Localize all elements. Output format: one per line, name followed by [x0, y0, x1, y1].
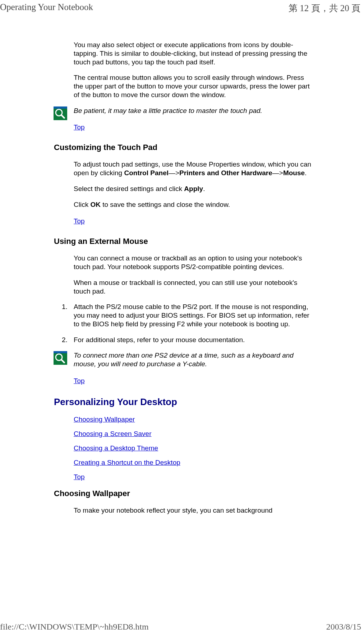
top-link-4[interactable]: Top: [74, 473, 314, 481]
magnifier-icon: [54, 351, 67, 365]
header-title: Operating Your Notebook: [0, 2, 93, 14]
top-link-3[interactable]: Top: [74, 377, 85, 385]
customizing-p1: To adjust touch pad settings, use the Mo…: [74, 160, 314, 177]
customizing-p2: Select the desired settings and click Ap…: [74, 185, 314, 193]
note-row-ycable: To connect more than one PS2 device at a…: [54, 351, 314, 368]
link-wallpaper[interactable]: Choosing Wallpaper: [74, 416, 314, 423]
note-text-ycable: To connect more than one PS2 device at a…: [74, 351, 314, 368]
note-row-touchpad: Be patient, it may take a little practic…: [54, 106, 314, 115]
heading-external-mouse: Using an External Mouse: [54, 237, 314, 246]
wallpaper-p1: To make your notebook reflect your style…: [74, 506, 314, 515]
footer-date: 2003/8/15: [326, 622, 361, 631]
page-header: Operating Your Notebook 第 12 頁，共 20 頁: [0, 0, 364, 15]
svg-rect-1: [54, 106, 67, 109]
list-number-2: 2.: [62, 336, 74, 344]
intro-paragraph-2: The central mouse button allows you to s…: [74, 73, 314, 99]
document-content: You may also select object or execute ap…: [54, 15, 314, 536]
header-page-info: 第 12 頁，共 20 頁: [289, 2, 360, 14]
list-item-1: 1. Attach the PS/2 mouse cable to the PS…: [62, 303, 314, 328]
heading-choosing-wallpaper: Choosing Wallpaper: [54, 489, 314, 498]
external-p1: You can connect a mouse or trackball as …: [74, 254, 314, 271]
list-body-1: Attach the PS/2 mouse cable to the PS/2 …: [74, 303, 314, 328]
magnifier-icon: [54, 106, 67, 120]
heading-personalizing: Personalizing Your Desktop: [54, 396, 314, 408]
external-p2: When a mouse or trackball is connected, …: [74, 278, 314, 296]
list-body-2: For additional steps, refer to your mous…: [74, 336, 314, 344]
list-item-2: 2. For additional steps, refer to your m…: [62, 336, 314, 344]
link-screensaver[interactable]: Choosing a Screen Saver: [74, 430, 314, 438]
intro-paragraph-1: You may also select object or execute ap…: [74, 41, 314, 66]
customizing-p3: Click OK to save the settings and close …: [74, 200, 314, 209]
link-shortcut[interactable]: Creating a Shortcut on the Desktop: [74, 459, 314, 467]
svg-rect-5: [54, 351, 67, 353]
heading-customizing: Customizing the Touch Pad: [54, 143, 314, 152]
page-footer: file://C:\WINDOWS\TEMP\~hh9ED8.htm 2003/…: [0, 622, 364, 631]
footer-path: file://C:\WINDOWS\TEMP\~hh9ED8.htm: [0, 622, 149, 631]
list-number-1: 1.: [62, 303, 74, 328]
top-link-2[interactable]: Top: [74, 217, 85, 225]
note-text-touchpad: Be patient, it may take a little practic…: [74, 106, 314, 115]
link-theme[interactable]: Choosing a Desktop Theme: [74, 444, 314, 452]
top-link-1[interactable]: Top: [74, 123, 85, 131]
